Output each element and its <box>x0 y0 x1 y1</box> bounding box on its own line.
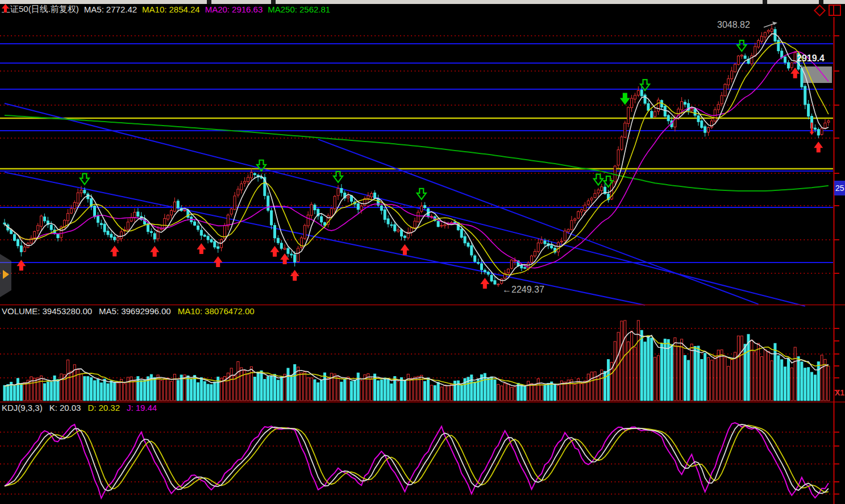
toolbar-bottom-edge <box>0 0 845 4</box>
toolbar-divider <box>207 0 211 4</box>
volume-unit-label: X1 <box>835 388 845 397</box>
ma250-axis-tag: 25 <box>834 181 845 195</box>
up-arrow-icon <box>2 4 9 13</box>
ma10-indicator: MA10:2854.24 <box>142 5 200 14</box>
ma5-indicator: MA5:2772.42 <box>84 5 137 14</box>
maximize-icon-bar <box>833 6 834 15</box>
latest-price-label: 2919.4 <box>797 53 825 64</box>
symbol-title: 上证50(日线.前复权) <box>2 4 79 15</box>
kdj-k-value: K:20.03 <box>49 403 81 413</box>
peak-price-annotation: 3048.82 <box>717 20 750 30</box>
volume-ma10: MA10:38076472.00 <box>178 306 255 316</box>
volume-ma5: MA5:39692996.00 <box>99 306 171 316</box>
kdj-name: KDJ(9,3,3) <box>2 403 43 413</box>
volume-header: VOLUME:39453280.00 MA5:39692996.00 MA10:… <box>2 306 255 316</box>
toolbar-divider <box>271 0 276 4</box>
kdj-d-value: D:20.32 <box>88 403 120 413</box>
ma250-indicator: MA250:2562.81 <box>268 5 330 14</box>
kdj-header: KDJ(9,3,3) K:20.03 D:20.32 J:19.44 <box>2 403 157 413</box>
toolbar-divider <box>819 0 823 4</box>
volume-value: VOLUME:39453280.00 <box>2 306 92 316</box>
chart-canvas[interactable] <box>0 0 845 504</box>
ma20-indicator: MA20:2916.63 <box>205 5 263 14</box>
kdj-j-value: J:19.44 <box>127 403 157 413</box>
trough-price-annotation: ←2249.37 <box>502 285 544 295</box>
panel-maximize-icon[interactable] <box>829 5 841 16</box>
panel-expand-handle[interactable] <box>0 254 11 297</box>
main-chart-header: 上证50(日线.前复权) MA5:2772.42 MA10:2854.24 MA… <box>2 4 330 15</box>
toolbar-divider <box>763 0 767 4</box>
expand-arrow-icon <box>3 270 9 279</box>
